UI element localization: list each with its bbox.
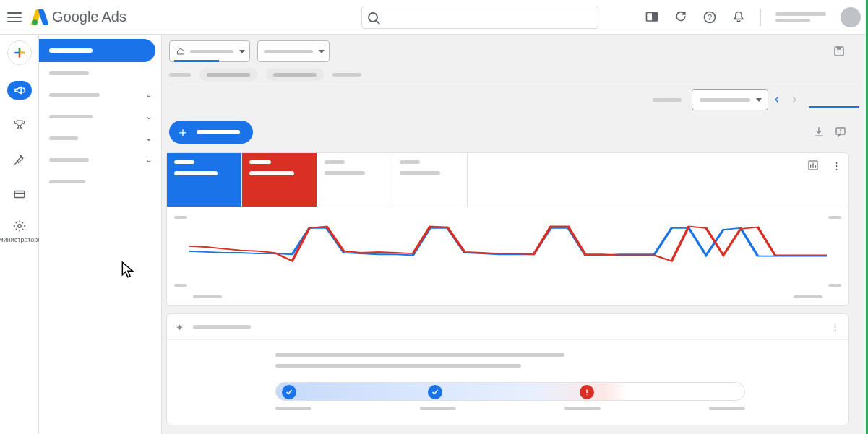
timeline-step-error-icon (580, 385, 594, 399)
account-switcher[interactable] (775, 12, 826, 22)
refresh-icon[interactable] (674, 10, 688, 25)
search-icon (368, 12, 378, 22)
chevron-down-icon: ⌄ (145, 111, 152, 121)
metric-tile-1[interactable] (167, 153, 242, 207)
section-sidebar: ⌄ ⌄ ⌄ ⌄ (39, 35, 162, 434)
chevron-down-icon: ⌄ (145, 133, 152, 143)
campaign-timeline[interactable] (275, 382, 745, 401)
feedback-icon[interactable] (833, 125, 848, 139)
main-content: ＋ ⋮ (162, 35, 868, 434)
sidebar-item-4[interactable]: ⌄ (39, 127, 161, 149)
insight-text-line (275, 364, 521, 368)
nav-billing[interactable] (7, 185, 32, 204)
crumb-chip-1[interactable] (199, 68, 257, 81)
svg-rect-4 (14, 191, 25, 198)
megaphone-icon (12, 82, 27, 98)
performance-chart[interactable] (167, 207, 848, 294)
ads-glyph-icon (32, 9, 48, 25)
metric-tile-2[interactable] (242, 153, 317, 207)
nav-tools[interactable] (7, 150, 32, 169)
scope-account-selector[interactable] (169, 40, 250, 62)
nav-goals[interactable] (7, 116, 32, 134)
download-icon[interactable] (812, 125, 826, 139)
plus-icon: ＋ (176, 123, 189, 141)
sidebar-item-1[interactable] (39, 62, 161, 84)
create-button[interactable] (7, 40, 32, 65)
notifications-icon[interactable] (731, 10, 746, 25)
appbar: Google Ads ? (0, 0, 868, 35)
menu-icon[interactable] (7, 12, 22, 22)
search-input[interactable] (361, 6, 598, 29)
nav-rail: Администраторски (0, 35, 39, 434)
scope-campaign-selector[interactable] (257, 40, 330, 62)
chart-type-icon[interactable] (807, 159, 820, 172)
more-icon[interactable]: ⋮ (830, 321, 840, 332)
divider (760, 9, 761, 26)
timeline-step-done-icon (282, 385, 296, 399)
breadcrumb (162, 68, 868, 84)
action-row: ＋ (162, 115, 868, 149)
tools-icon (12, 152, 27, 168)
card-icon (12, 186, 27, 202)
avatar[interactable] (841, 7, 861, 27)
y-axis-tick (174, 284, 187, 287)
new-campaign-button[interactable]: ＋ (169, 121, 253, 144)
sidebar-item-3[interactable]: ⌄ (39, 105, 161, 127)
sidebar-item-2[interactable]: ⌄ (39, 84, 161, 105)
svg-rect-1 (652, 12, 658, 21)
insight-text-line (275, 353, 564, 357)
view-toolbar (162, 84, 868, 115)
crumb-1[interactable] (169, 73, 191, 77)
gear-icon (13, 220, 26, 235)
svg-rect-8 (837, 47, 841, 50)
metric-tile-4[interactable] (392, 153, 468, 207)
svg-point-11 (840, 132, 841, 134)
performance-chart-card: ⋮ (166, 152, 849, 306)
appearance-icon[interactable] (645, 10, 659, 25)
appbar-tools: ? (645, 7, 861, 27)
active-tab-indicator (809, 106, 859, 108)
sparkle-icon: ✦ (176, 322, 186, 332)
logo-text-ads: Ads (102, 9, 126, 25)
date-next-button[interactable] (786, 91, 803, 108)
timeline-step-done-icon (428, 385, 442, 399)
trophy-icon (12, 117, 27, 133)
svg-point-14 (586, 394, 588, 395)
svg-point-6 (17, 225, 21, 228)
metric-tile-3[interactable] (317, 153, 392, 207)
crumb-2[interactable] (332, 73, 361, 77)
chevron-down-icon: ⌄ (145, 90, 152, 100)
svg-text:?: ? (708, 13, 712, 22)
y-axis-tick (174, 216, 187, 219)
scope-bar (162, 35, 868, 68)
timeline-labels (275, 407, 745, 410)
more-icon[interactable]: ⋮ (830, 159, 843, 172)
sidebar-item-overview[interactable] (39, 39, 155, 62)
chevron-down-icon: ⌄ (145, 155, 152, 165)
date-prev-button[interactable] (768, 91, 786, 108)
product-logo[interactable]: Google Ads (32, 9, 126, 25)
toolbar-label (653, 98, 682, 102)
help-icon[interactable]: ? (702, 10, 717, 25)
nav-campaigns[interactable] (7, 81, 32, 100)
save-view-icon[interactable] (832, 44, 846, 58)
logo-text-google: Google (52, 9, 99, 25)
y2-axis-tick (828, 216, 841, 219)
insights-title (193, 325, 251, 329)
insights-card: ✦ ⋮ (166, 313, 849, 425)
metric-selector-row (167, 153, 848, 207)
sidebar-item-6[interactable] (39, 170, 161, 192)
date-range-picker[interactable] (692, 89, 768, 110)
home-icon (176, 47, 186, 56)
crumb-chip-2[interactable] (266, 68, 324, 81)
y2-axis-tick (828, 284, 841, 287)
sidebar-item-5[interactable]: ⌄ (39, 149, 161, 170)
